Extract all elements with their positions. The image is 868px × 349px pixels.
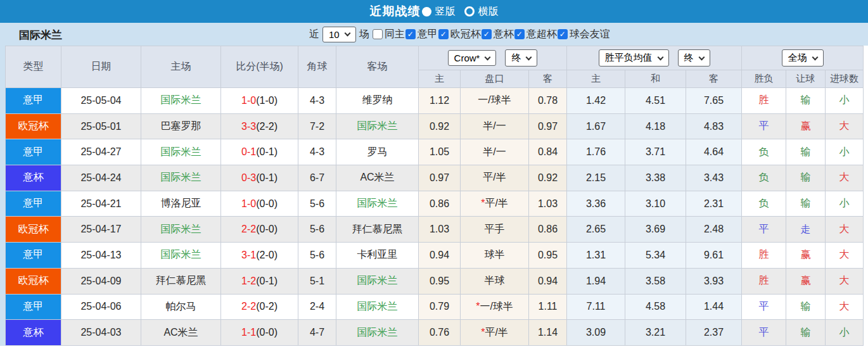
corner-score: 7-2	[298, 113, 336, 139]
avg-odds-win: 3.36	[567, 191, 625, 217]
radio-horizontal-label: 横版	[478, 5, 499, 18]
filters: 近 10 场 同主 ✓ 意甲 ✓ 欧冠杯 ✓ 意杯 ✓ 意超杯 ✓ 球会友谊	[306, 23, 611, 46]
chevron-down-icon	[485, 54, 491, 60]
match-date: 25-04-24	[61, 165, 141, 191]
avg-odds-lose: 2.37	[686, 320, 742, 346]
page-title: 近期战绩	[370, 3, 421, 20]
handicap-odds-home: 0.76	[419, 320, 461, 346]
home-team: AC米兰	[141, 320, 221, 346]
col-header-away: 客场	[336, 46, 419, 88]
corner-score: 5-6	[298, 217, 336, 243]
checkbox-checked-icon[interactable]: ✓	[514, 29, 525, 39]
chevron-down-icon	[698, 54, 705, 60]
score-cell: 1-0(1-0)	[221, 88, 298, 114]
chevron-down-icon	[657, 54, 663, 60]
avg-odds-win: 1.94	[567, 268, 625, 294]
table-row: 意甲 25-04-06 帕尔马 2-2(0-2) 2-4 国际米兰 0.79 *…	[6, 294, 864, 320]
avg-odds-win: 1.67	[567, 113, 625, 139]
col-header-wdl: 胜负	[742, 70, 786, 88]
radio-unselected-icon[interactable]	[464, 6, 475, 16]
league-filter-super-cup[interactable]: ✓ 意超杯	[514, 28, 557, 41]
full-time-score: 1-1	[241, 327, 256, 338]
corner-score: 4-3	[298, 139, 336, 165]
league-filter-coppa-italia[interactable]: ✓ 意杯	[482, 28, 514, 41]
avg-odds-win: 7.11	[567, 294, 625, 320]
avg-odds-group: 胜平负均值 终	[567, 46, 742, 70]
home-team: 巴塞罗那	[141, 113, 221, 139]
checkbox-checked-icon[interactable]: ✓	[558, 29, 568, 39]
away-team: 维罗纳	[336, 88, 419, 114]
result-handicap: 输	[786, 320, 826, 346]
half-time-score: (0-0)	[256, 198, 278, 209]
league-type-badge: 意甲	[6, 88, 61, 114]
home-team: 国际米兰	[141, 217, 221, 243]
handicap-odds-home: 0.86	[419, 191, 461, 217]
table-row: 欧冠杯 25-05-01 巴塞罗那 3-3(2-2) 7-2 国际米兰 0.92…	[6, 113, 864, 139]
league-type-badge: 意杯	[6, 165, 61, 191]
match-date: 25-04-21	[61, 191, 141, 217]
avg-odds-draw: 3.58	[625, 268, 686, 294]
odds-company-select[interactable]: Crow*	[448, 50, 497, 66]
col-header-goals: 进球数	[826, 70, 864, 88]
filterbar: 国际米兰 近 10 场 同主 ✓ 意甲 ✓ 欧冠杯 ✓ 意杯 ✓ 意超杯 ✓	[0, 23, 868, 46]
league-filter-ucl[interactable]: ✓ 欧冠杯	[438, 28, 481, 41]
league-type-badge: 欧冠杯	[6, 113, 61, 139]
chevron-down-icon	[526, 54, 532, 60]
handicap-time-select[interactable]: 终	[505, 49, 537, 67]
handicap-odds-home: 1.12	[419, 88, 461, 114]
league-filter-friendly[interactable]: ✓ 球会友谊	[558, 28, 610, 41]
col-header-handicap-away: 客	[529, 70, 567, 88]
col-header-avg-home: 主	[567, 70, 625, 88]
corner-score: 4-3	[298, 88, 336, 114]
same-home-checkbox[interactable]: 同主	[373, 28, 405, 41]
avg-odds-draw: 3.71	[625, 139, 686, 165]
away-team: 国际米兰	[336, 294, 419, 320]
match-count-select[interactable]: 10	[322, 27, 356, 42]
radio-vertical-layout[interactable]: 竖版	[422, 5, 456, 18]
league-filter-serie-a[interactable]: ✓ 意甲	[405, 28, 438, 41]
checkbox-unchecked-icon[interactable]	[373, 29, 383, 39]
table-row: 意甲 25-04-21 博洛尼亚 1-0(0-0) 5-6 国际米兰 0.86 …	[6, 191, 864, 217]
result-wdl: 平	[742, 320, 786, 346]
corner-score: 4-7	[298, 320, 336, 346]
half-time-score: (0-1)	[256, 276, 278, 286]
checkbox-checked-icon[interactable]: ✓	[482, 29, 492, 39]
avg-odds-select[interactable]: 胜平负均值	[599, 49, 669, 67]
handicap-odds-away: 0.78	[529, 88, 567, 114]
corner-score: 5-6	[298, 191, 336, 217]
result-goals: 大	[826, 113, 864, 139]
result-wdl: 胜	[742, 88, 786, 114]
half-time-score: (2-0)	[256, 250, 278, 260]
full-time-score: 1-0	[241, 95, 256, 106]
near-label: 近	[309, 28, 319, 41]
avg-odds-draw: 5.34	[625, 243, 686, 269]
checkbox-checked-icon[interactable]: ✓	[438, 29, 449, 39]
match-date: 25-05-01	[61, 113, 141, 139]
handicap-odds-home: 0.94	[419, 243, 461, 269]
result-wdl: 平	[742, 113, 786, 139]
league-type-badge: 意甲	[6, 243, 61, 269]
col-header-handicap-home: 主	[419, 70, 461, 88]
handicap-line: 平/半	[461, 165, 529, 191]
score-cell: 1-0(0-0)	[221, 191, 298, 217]
col-header-corner: 角球	[298, 46, 336, 88]
avg-odds-lose: 9.61	[686, 243, 742, 269]
full-time-score: 0-3	[241, 172, 256, 183]
avg-odds-win: 1.42	[567, 88, 625, 114]
checkbox-checked-icon[interactable]: ✓	[405, 29, 416, 39]
home-team: 国际米兰	[141, 139, 221, 165]
full-time-score: 0-1	[241, 146, 256, 157]
result-handicap: 输	[786, 139, 826, 165]
radio-horizontal-layout[interactable]: 横版	[464, 5, 499, 18]
league-type-badge: 意杯	[6, 320, 61, 346]
handicap-odds-away: 0.92	[529, 165, 567, 191]
col-header-type: 类型	[6, 46, 61, 88]
half-time-score: (0-0)	[256, 224, 278, 234]
full-time-score: 1-0	[241, 198, 256, 209]
col-header-home: 主场	[141, 46, 221, 88]
home-team: 国际米兰	[141, 243, 221, 269]
radio-selected-icon[interactable]	[422, 7, 431, 16]
results-table: 类型 日期 主场 比分(半场) 角球 客场 Crow* 终	[5, 46, 864, 346]
scope-select[interactable]: 全场	[782, 49, 824, 67]
avg-time-select[interactable]: 终	[678, 49, 710, 67]
